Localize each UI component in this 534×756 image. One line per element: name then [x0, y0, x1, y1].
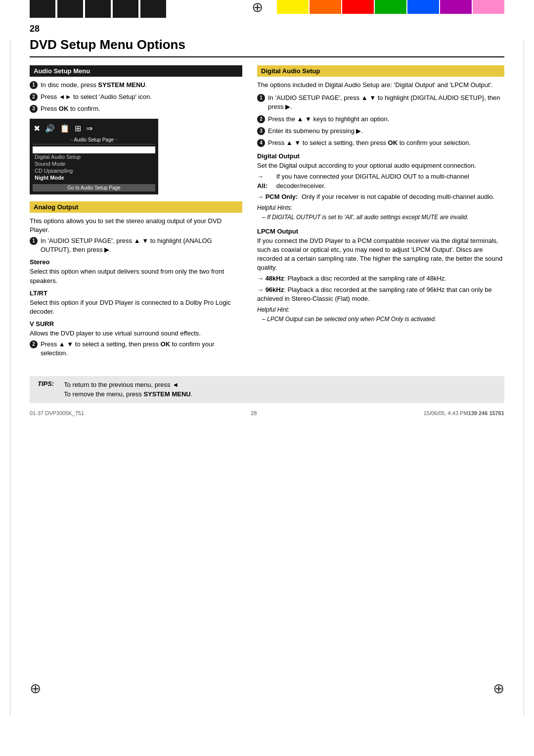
menu-bottom: Go to Audio Setup Page [33, 184, 155, 191]
all-text: If you have connected your DIGITAL AUDIO… [276, 172, 504, 190]
digital-step-4-circle: 4 [257, 139, 265, 147]
menu-item-digital: Digital Audio Setup [33, 153, 155, 160]
analog-step-1-circle: 1 [30, 237, 38, 245]
digital-step-2-text: Press the ▲ ▼ keys to highlight an optio… [268, 115, 504, 124]
red-bar [342, 0, 374, 14]
96khz-option: → 96kHz: Playback a disc recorded at the… [257, 285, 504, 303]
menu-icons: ✖ 🔊 📋 ⊞ ⇒ [33, 122, 155, 135]
orange-bar [310, 0, 341, 14]
digital-step-4-text: Press ▲ ▼ to select a setting, then pres… [268, 139, 504, 147]
blue-bar [407, 0, 439, 14]
helpful-hint2-text: – LPCM Output can be selected only when … [257, 315, 504, 324]
menu-item-sound: Sound Mode [33, 160, 155, 167]
speaker-icon: 🔊 [45, 124, 55, 133]
arrow-96khz: → 96kHz: Playback a disc recorded at the… [257, 285, 504, 303]
48khz-option: → 48kHz: Playback a disc recorded at the… [257, 274, 504, 283]
top-color-bar: ⊕ [0, 0, 534, 14]
audio-step-1: 1 In disc mode, press SYSTEM MENU. [30, 81, 242, 90]
stereo-text: Select this option when output delivers … [30, 267, 242, 285]
footer-center: 28 [251, 410, 257, 416]
pcm-option: → PCM Only: Only if your receiver is not… [257, 192, 504, 201]
vsurr-text: Allows the DVD player to use virtual sur… [30, 329, 242, 338]
analog-output-header: Analog Output [30, 201, 242, 213]
top-bar-right [277, 0, 534, 14]
digital-output-label: Digital Output [257, 152, 504, 160]
arrow-pcm: → PCM Only: [257, 192, 298, 201]
vsurr-label: V SURR [30, 320, 242, 328]
analog-output-desc: This options allows you to set the stere… [30, 217, 242, 235]
digital-step-3-circle: 3 [257, 127, 265, 135]
digital-output-desc: Set the Digital output according to your… [257, 161, 504, 170]
helpful-hints-text: – If DIGITAL OUTPUT is set to 'All', all… [257, 213, 504, 222]
pcm-text: Only if your receiver is not capable of … [300, 192, 494, 201]
tips-line-1: To return to the previous menu, press ◄ [64, 380, 496, 390]
top-bar-left [0, 0, 237, 14]
right-column: Digital Audio Setup The options included… [257, 65, 504, 361]
ltrt-label: LT/RT [30, 289, 242, 297]
menu-item-night: Night Mode [33, 174, 155, 181]
helpful-hint2-label: Helpful Hint: [257, 306, 504, 313]
footer-right: 15/06/05, 4:43 PM139 246 15761 [424, 410, 504, 416]
analog-step-2: 2 Press ▲ ▼ to select a setting, then pr… [30, 340, 242, 358]
tips-bar: TIPS: To return to the previous menu, pr… [30, 376, 504, 403]
lpcm-output-label: LPCM Output [257, 228, 504, 235]
yellow-bar [277, 0, 309, 14]
page-number: 28 [30, 24, 504, 34]
digital-step-3: 3 Enter its submenu by pressing ▶. [257, 127, 504, 136]
step-3-text: Press OK to confirm. [41, 104, 242, 113]
analog-step-2-circle: 2 [30, 340, 38, 348]
crosshair-bottom-right: ⊕ [493, 680, 504, 697]
digital-intro: The options included in Digital Audio Se… [257, 81, 504, 90]
digital-step-4: 4 Press ▲ ▼ to select a setting, then pr… [257, 139, 504, 147]
digital-audio-setup-header: Digital Audio Setup [257, 65, 504, 77]
digital-step-1: 1 In 'AUDIO SETUP PAGE', press ▲ ▼ to hi… [257, 94, 504, 111]
analog-step-1-text: In 'AUDIO SETUP PAGE', press ▲ ▼ to high… [41, 236, 242, 254]
footer-left: 01-37 DVP3005K_751 [30, 410, 84, 416]
step-2-circle: 2 [30, 93, 38, 101]
step-3-circle: 3 [30, 105, 38, 113]
grid-icon: ⊞ [75, 124, 81, 133]
tips-line-2: To remove the menu, press SYSTEM MENU. [64, 389, 496, 399]
all-option: → All: If you have connected your DIGITA… [257, 172, 504, 190]
menu-item-analog: Analog Output [33, 146, 155, 153]
stereo-label: Stereo [30, 258, 242, 266]
digital-step-1-circle: 1 [257, 94, 265, 102]
audio-setup-menu-header: Audio Setup Menu [30, 65, 242, 77]
page-title: DVD Setup Menu Options [30, 37, 504, 57]
lpcm-output-desc: If you connect the DVD Player to a PCM c… [257, 236, 504, 273]
arrow-all: → All: [257, 172, 274, 190]
arrow-48khz: → 48kHz: Playback a disc recorded at the… [257, 274, 446, 283]
crosshair-bottom-left: ⊕ [30, 680, 41, 697]
pink-bar [473, 0, 504, 14]
digital-step-2-circle: 2 [257, 115, 265, 123]
footer: 01-37 DVP3005K_751 28 15/06/05, 4:43 PM1… [30, 410, 504, 416]
purple-bar [440, 0, 472, 14]
exit-icon: ⇒ [86, 124, 92, 133]
mute-icon: ✖ [34, 124, 40, 133]
top-crosshair: ⊕ [237, 0, 277, 14]
menu-mockup: ✖ 🔊 📋 ⊞ ⇒ ·· Audio Setup Page ·· Analog … [30, 119, 158, 194]
audio-step-3: 3 Press OK to confirm. [30, 104, 242, 113]
ltrt-text: Select this option if your DVD Player is… [30, 298, 242, 316]
setup-icon: 📋 [60, 124, 70, 133]
green-bar [375, 0, 406, 14]
tips-content: To return to the previous menu, press ◄ … [64, 380, 496, 399]
helpful-hints-label: Helpful Hints: [257, 204, 504, 211]
audio-step-2: 2 Press ◄► to select 'Audio Setup' icon. [30, 93, 242, 101]
digital-step-2: 2 Press the ▲ ▼ keys to highlight an opt… [257, 115, 504, 124]
tips-label: TIPS: [38, 380, 54, 387]
step-2-text: Press ◄► to select 'Audio Setup' icon. [41, 93, 242, 101]
analog-step-2-text: Press ▲ ▼ to select a setting, then pres… [41, 340, 242, 358]
step-1-circle: 1 [30, 81, 38, 89]
digital-step-1-text: In 'AUDIO SETUP PAGE', press ▲ ▼ to high… [268, 94, 504, 111]
step-1-text: In disc mode, press SYSTEM MENU. [41, 81, 242, 90]
menu-item-cd: CD Upsampling [33, 167, 155, 174]
digital-step-3-text: Enter its submenu by pressing ▶. [268, 127, 504, 136]
menu-page-label: ·· Audio Setup Page ·· [33, 137, 155, 144]
analog-step-1: 1 In 'AUDIO SETUP PAGE', press ▲ ▼ to hi… [30, 236, 242, 254]
left-column: Audio Setup Menu 1 In disc mode, press S… [30, 65, 242, 361]
